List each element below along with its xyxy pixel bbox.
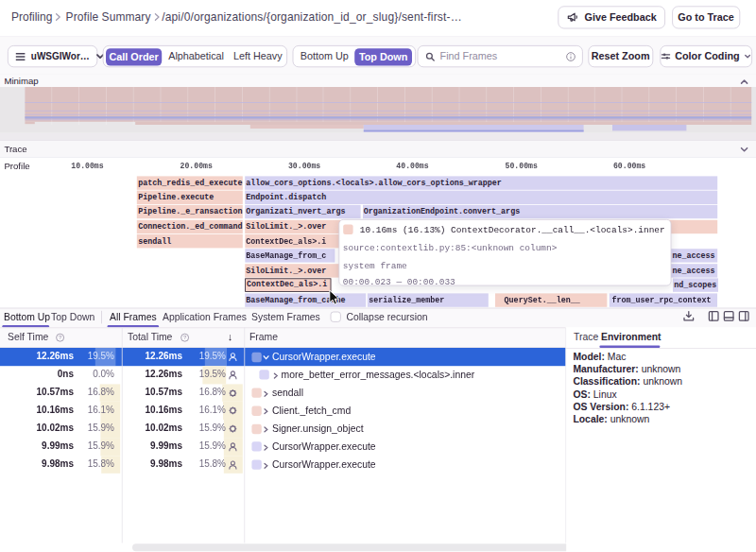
svg-text:?: ?: [59, 335, 62, 340]
svg-text:?: ?: [183, 335, 187, 340]
